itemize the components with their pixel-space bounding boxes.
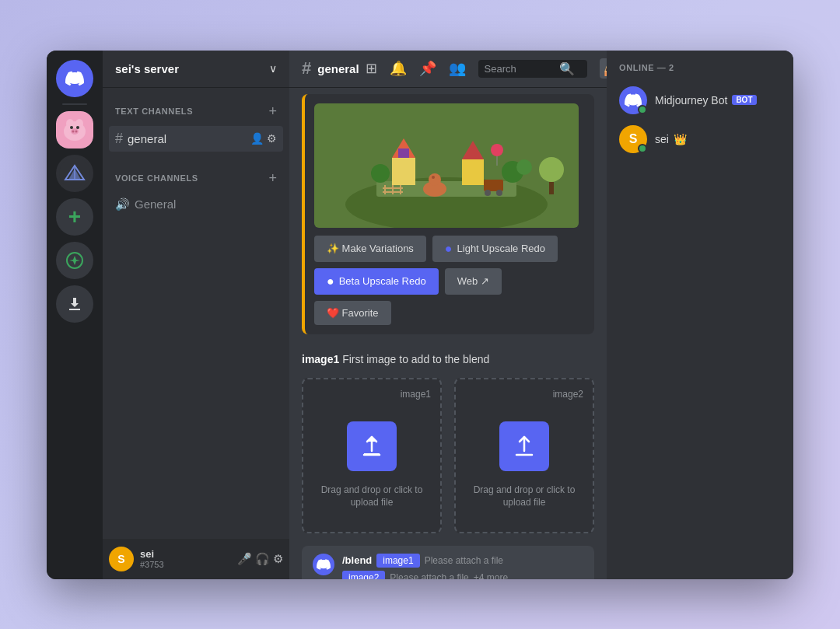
svg-point-36: [491, 144, 503, 156]
pin-icon[interactable]: 📌: [419, 60, 436, 77]
svg-point-6: [72, 130, 75, 132]
blend-section: image1 First image to add to the blend i…: [289, 341, 607, 546]
light-upscale-label: Light Upscale Redo: [457, 243, 545, 254]
members-icon[interactable]: 👥: [449, 60, 466, 77]
threads-icon[interactable]: ⊞: [366, 60, 377, 77]
action-buttons-row3: ❤️ Favorite: [314, 301, 585, 325]
add-member-icon[interactable]: 👤: [250, 132, 264, 145]
channel-header-name: general: [317, 62, 359, 75]
command-display: /blend image1 Please attach a file image…: [302, 546, 594, 579]
svg-point-9: [76, 126, 79, 129]
main-content: # general ⊞ 🔔 📌 👥 🔍 📥 ?: [289, 51, 607, 579]
add-text-channel-button[interactable]: +: [268, 103, 277, 120]
svg-rect-19: [398, 149, 409, 158]
scroll-container[interactable]: ✨ Make Variations ● Light Upscale Redo ●…: [289, 88, 607, 579]
user-panel: S sei #3753 🎤 🎧 ⚙: [103, 539, 289, 579]
upload-box-1[interactable]: image1 Drag and drop or click to upload …: [302, 378, 442, 533]
add-server-button[interactable]: +: [56, 198, 93, 236]
channel-hash-icon: #: [115, 131, 123, 147]
headset-icon[interactable]: 🎧: [255, 552, 270, 566]
svg-rect-32: [392, 185, 394, 194]
inbox-icon[interactable]: 📥: [600, 58, 607, 79]
svg-rect-39: [549, 182, 554, 194]
upload-box-2-label: image2: [553, 389, 583, 400]
svg-rect-34: [383, 187, 403, 189]
server-sidebar: +: [47, 51, 103, 579]
favorite-button[interactable]: ❤️ Favorite: [314, 301, 391, 325]
member-item-sei[interactable]: S sei 👑: [613, 121, 787, 158]
notification-icon[interactable]: 🔔: [390, 60, 407, 77]
svg-rect-31: [384, 185, 386, 194]
member-item-midjourney[interactable]: Midjourney Bot BOT: [613, 82, 787, 119]
svg-point-8: [70, 126, 73, 129]
discord-icon[interactable]: [56, 60, 93, 97]
command-placeholder-2: Please attach a file: [390, 572, 468, 579]
svg-rect-28: [484, 180, 503, 191]
text-channels-section: TEXT CHANNELS + # general 👤 ⚙: [103, 88, 289, 155]
upload-icon-1: [347, 421, 397, 471]
command-more: +4 more: [474, 572, 508, 579]
sei-emoji: 👑: [674, 133, 687, 145]
blend-description: First image to add to the blend: [342, 353, 489, 365]
online-header: ONLINE — 2: [613, 63, 787, 72]
svg-point-38: [539, 157, 564, 182]
bot-badge: BOT: [732, 95, 756, 105]
command-tag-image1: image1: [376, 554, 419, 568]
svg-point-24: [516, 159, 532, 175]
member-avatar-midjourney: [619, 86, 647, 114]
upload-text-2: Drag and drop or click to upload file: [465, 484, 583, 510]
server-name: sei's server: [115, 62, 179, 75]
svg-point-22: [371, 164, 390, 183]
voice-channel-general[interactable]: 🔊 General: [109, 193, 283, 216]
search-bar: 🔍: [478, 60, 587, 78]
upload-box-2[interactable]: image2 Drag and drop or click to upload …: [454, 378, 594, 533]
download-icon[interactable]: [56, 285, 93, 323]
add-voice-channel-button[interactable]: +: [268, 170, 277, 187]
member-status-sei: [638, 144, 647, 153]
light-upscale-redo-button[interactable]: ● Light Upscale Redo: [432, 236, 558, 262]
channel-header: # general ⊞ 🔔 📌 👥 🔍 📥 ?: [289, 51, 607, 88]
member-name-row-midjourney: Midjourney Bot BOT: [655, 94, 781, 107]
command-line-2: image2 Please attach a file +4 more: [342, 571, 583, 579]
command-line-1: /blend image1 Please attach a file: [342, 554, 583, 568]
user-info: sei #3753: [140, 548, 231, 569]
midjourney-info: Midjourney Bot BOT: [655, 94, 781, 107]
svg-rect-17: [392, 158, 415, 185]
settings-icon[interactable]: ⚙: [273, 552, 283, 566]
microphone-icon[interactable]: 🎤: [237, 552, 252, 566]
sei-name: sei: [655, 133, 669, 145]
svg-point-7: [75, 130, 78, 132]
channel-header-actions: ⊞ 🔔 📌 👥 🔍 📥 ?: [366, 58, 607, 79]
upload-grid: image1 Drag and drop or click to upload …: [302, 378, 594, 533]
svg-rect-35: [383, 191, 403, 193]
member-name-row-sei: sei 👑: [655, 133, 781, 145]
server-header[interactable]: sei's server ∨: [103, 51, 289, 88]
command-bot-avatar: [313, 554, 334, 575]
text-channels-label: TEXT CHANNELS: [115, 107, 193, 116]
channel-icons: 👤 ⚙: [250, 132, 277, 145]
web-button[interactable]: Web ↗: [445, 268, 502, 295]
make-variations-button[interactable]: ✨ Make Variations: [314, 236, 426, 262]
svg-point-26: [429, 173, 441, 186]
search-icon: 🔍: [559, 61, 575, 76]
server-icon-boat[interactable]: [56, 155, 93, 192]
settings-icon[interactable]: ⚙: [267, 132, 277, 145]
voice-channel-name: General: [135, 197, 176, 211]
beta-upscale-redo-button[interactable]: ● Beta Upscale Redo: [314, 268, 439, 295]
message-image: [314, 103, 579, 228]
svg-rect-20: [462, 159, 484, 185]
member-avatar-sei: S: [619, 125, 647, 153]
server-icon-sei[interactable]: [56, 111, 93, 149]
channel-item-general[interactable]: # general 👤 ⚙: [109, 126, 283, 152]
midjourney-name: Midjourney Bot: [655, 94, 727, 107]
command-placeholder-1: Please attach a file: [425, 555, 503, 566]
user-controls: 🎤 🎧 ⚙: [237, 552, 283, 566]
beta-upscale-label: Beta Upscale Redo: [339, 275, 426, 287]
action-buttons-row2: ● Beta Upscale Redo Web ↗: [314, 268, 585, 295]
search-input[interactable]: [485, 63, 555, 75]
svg-marker-13: [69, 256, 80, 265]
explore-icon[interactable]: [56, 242, 93, 279]
user-tag: #3753: [140, 560, 231, 569]
command-name: /blend: [342, 554, 372, 566]
input-area: /blend image1 Please attach a file image…: [289, 546, 607, 579]
